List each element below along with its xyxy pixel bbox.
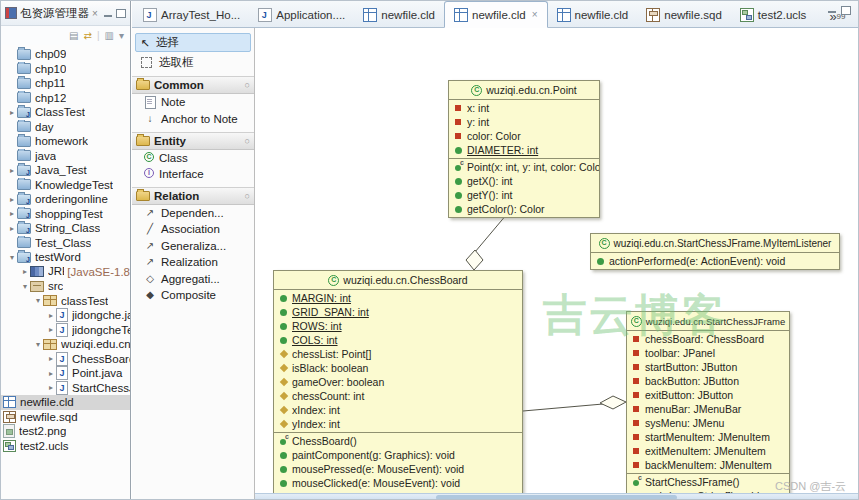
chevron-collapsed-icon[interactable]: ▸ <box>7 195 17 204</box>
aggregation-connection-startchessjframe-chessboard[interactable] <box>523 396 626 411</box>
tree-item-shoppingtest[interactable]: ▸shoppingTest <box>1 207 130 222</box>
palette-item-class[interactable]: CClass <box>132 150 254 167</box>
method-paintcomponent[interactable]: paintComponent(g: Graphics): void <box>274 448 522 462</box>
chevron-collapsed-icon[interactable]: ▸ <box>7 209 17 218</box>
editor-tab-newfile-cld[interactable]: newfile.cld <box>354 3 444 27</box>
chevron-collapsed-icon[interactable]: ▸ <box>20 267 30 276</box>
chevron-collapsed-icon[interactable]: ▸ <box>7 108 17 117</box>
attribute-yindex[interactable]: yIndex: int <box>274 417 522 431</box>
focus-icon[interactable]: ▥ <box>105 30 114 42</box>
tree-item-java[interactable]: java <box>1 149 130 164</box>
tree-item-java-test[interactable]: ▸Java_Test <box>1 163 130 178</box>
palette-item-generaliza[interactable]: ↗Generaliza... <box>132 238 254 255</box>
palette-tool-marquee[interactable]: 选取框 <box>135 53 251 72</box>
tree-item-chp11[interactable]: chp11 <box>1 76 130 91</box>
tree-item-orderingonline[interactable]: ▸orderingonline <box>1 192 130 207</box>
tree-item-newfile-sqd[interactable]: newfile.sqd <box>1 410 130 425</box>
tree-item-test2-png[interactable]: test2.png <box>1 424 130 439</box>
palette-item-realization[interactable]: ↗Realization <box>132 254 254 271</box>
attribute-chesslist[interactable]: chessList: Point[] <box>274 347 522 361</box>
drawer-pin-icon[interactable]: ○ <box>245 80 250 90</box>
palette-drawer-common[interactable]: Common○ <box>132 76 254 94</box>
attribute-sysmenu[interactable]: sysMenu: JMenu <box>627 416 789 430</box>
tree-item-point-java[interactable]: ▸Point.java <box>1 366 130 381</box>
attribute-isblack[interactable]: isBlack: boolean <box>274 361 522 375</box>
attribute-gameover[interactable]: gameOver: boolean <box>274 375 522 389</box>
link-with-editor-icon[interactable]: ⇄ <box>84 30 92 42</box>
attribute-grid-span[interactable]: GRID_SPAN: int <box>274 305 522 319</box>
tab-close-icon[interactable]: × <box>532 9 538 20</box>
chevron-expanded-icon[interactable]: ▾ <box>33 340 43 349</box>
tree-item-startchessjfram[interactable]: ▸StartChessJFram <box>1 381 130 396</box>
class-box-myitemlistener[interactable]: Cwuziqi.edu.cn.StartChessJFrame.MyItemLi… <box>590 233 840 270</box>
method-getx[interactable]: getX(): int <box>449 174 599 188</box>
diagram-canvas[interactable]: Cwuziqi.edu.cn.Pointx: inty: intcolor: C… <box>255 28 858 500</box>
attribute-toolbar[interactable]: toolbar: JPanel <box>627 346 789 360</box>
editor-tab-newfile-cld[interactable]: newfile.cld× <box>444 1 548 28</box>
drawer-pin-icon[interactable]: ○ <box>245 191 250 201</box>
attribute-x[interactable]: x: int <box>449 101 599 115</box>
class-header-startchessjframe[interactable]: Cwuziqi.edu.cn.StartChessJFrame <box>627 312 789 330</box>
palette-item-anchor-to-note[interactable]: ↓Anchor to Note <box>132 111 254 128</box>
tree-item-chp09[interactable]: chp09 <box>1 47 130 62</box>
chevron-collapsed-icon[interactable]: ▸ <box>46 325 56 334</box>
attribute-startmenuitem[interactable]: startMenuItem: JMenuItem <box>627 430 789 444</box>
method-getcolor[interactable]: getColor(): Color <box>449 202 599 216</box>
tree-item-string-class[interactable]: ▸String_Class <box>1 221 130 236</box>
maximize-view-icon[interactable] <box>116 9 126 18</box>
palette-item-note[interactable]: Note <box>132 94 254 111</box>
class-box-startchessjframe[interactable]: Cwuziqi.edu.cn.StartChessJFramechessBoar… <box>626 311 790 500</box>
tree-item-classtest[interactable]: ▾classTest <box>1 294 130 309</box>
minimize-editor-icon[interactable] <box>828 11 836 13</box>
method-startchessjframe[interactable]: StartChessJFrame() <box>627 475 789 489</box>
palette-item-association[interactable]: ╱Association <box>132 221 254 238</box>
chevron-collapsed-icon[interactable]: ▸ <box>46 354 56 363</box>
class-box-chessboard[interactable]: Cwuziqi.edu.cn.ChessBoardMARGIN: intGRID… <box>273 270 523 500</box>
tree-item-day[interactable]: day <box>1 120 130 135</box>
attribute-exitbutton[interactable]: exitButton: JButton <box>627 388 789 402</box>
aggregation-connection-chessboard-point[interactable] <box>466 214 507 270</box>
tree-item-jidongchetest-j[interactable]: ▸jidongcheTest.j <box>1 323 130 338</box>
tree-item-homework[interactable]: homework <box>1 134 130 149</box>
attribute-chesscount[interactable]: chessCount: int <box>274 389 522 403</box>
class-header-chessboard[interactable]: Cwuziqi.edu.cn.ChessBoard <box>274 271 522 289</box>
method-mouseclicked[interactable]: mouseClicked(e: MouseEvent): void <box>274 476 522 490</box>
palette-tool-cursor[interactable]: ↖选择 <box>135 33 251 52</box>
chevron-collapsed-icon[interactable]: ▸ <box>46 311 56 320</box>
tree-item-chp10[interactable]: chp10 <box>1 62 130 77</box>
maximize-editor-icon[interactable] <box>841 6 851 15</box>
tree-item-newfile-cld[interactable]: newfile.cld <box>1 395 130 410</box>
editor-tab-newfile-cld[interactable]: newfile.cld <box>548 3 638 27</box>
attribute-startbutton[interactable]: startButton: JButton <box>627 360 789 374</box>
tree-item-testword[interactable]: ▾testWord <box>1 250 130 265</box>
view-menu-icon[interactable]: ▾ <box>119 30 124 42</box>
chevron-expanded-icon[interactable]: ▾ <box>33 296 43 305</box>
chevron-collapsed-icon[interactable]: ▸ <box>7 166 17 175</box>
chevron-collapsed-icon[interactable]: ▸ <box>7 224 17 233</box>
chevron-expanded-icon[interactable]: ▾ <box>20 282 30 291</box>
chevron-expanded-icon[interactable]: ▾ <box>7 253 17 262</box>
editor-tab-arraytest-ho[interactable]: ArrayTest_Ho... <box>134 3 249 27</box>
tree-item-src[interactable]: ▾src <box>1 279 130 294</box>
editor-tab-newfile-sqd[interactable]: newfile.sqd <box>637 3 731 27</box>
drawer-pin-icon[interactable]: ○ <box>245 136 250 146</box>
collapse-all-icon[interactable]: ▤ <box>69 30 78 42</box>
method-mousepressed[interactable]: mousePressed(e: MouseEvent): void <box>274 462 522 476</box>
editor-tab-application[interactable]: Application.... <box>249 3 354 27</box>
palette-item-dependen[interactable]: ↗Dependen... <box>132 205 254 222</box>
method-gety[interactable]: getY(): int <box>449 188 599 202</box>
class-header-point[interactable]: Cwuziqi.edu.cn.Point <box>449 81 599 99</box>
palette-item-aggregati[interactable]: ◇Aggregati... <box>132 271 254 288</box>
tree-item-jidongche-java[interactable]: ▸jidongche.java <box>1 308 130 323</box>
editor-tab-test2-ucls[interactable]: test2.ucls <box>731 3 816 27</box>
tree-item-classtest[interactable]: ▸ClassTest <box>1 105 130 120</box>
attribute-diameter[interactable]: DIAMETER: int <box>449 143 599 157</box>
horizontal-scrollbar[interactable] <box>255 493 858 500</box>
tree-item-jre[interactable]: ▸JRE 系统库[JavaSE-1.8 <box>1 265 130 280</box>
tree-item-test-class[interactable]: Test_Class <box>1 236 130 251</box>
tree-item-test2-ucls[interactable]: test2.ucls <box>1 439 130 454</box>
method-actionperformed[interactable]: actionPerformed(e: ActionEvent): void <box>591 254 839 268</box>
minimize-view-icon[interactable] <box>104 15 112 17</box>
palette-drawer-relation[interactable]: Relation○ <box>132 187 254 205</box>
tree-item-chessboard-java[interactable]: ▸ChessBoard.java <box>1 352 130 367</box>
